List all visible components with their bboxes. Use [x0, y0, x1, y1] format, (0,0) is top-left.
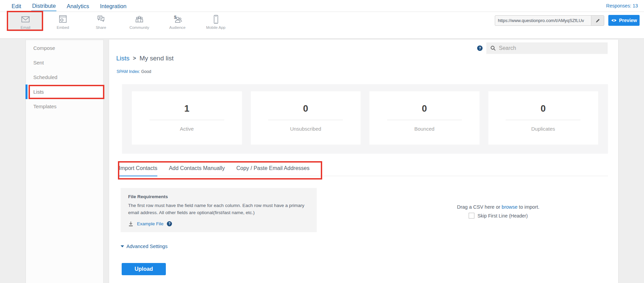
- skip-first-line-row: Skip First Line (Header): [425, 213, 571, 219]
- embed-icon: [57, 14, 68, 24]
- distribute-toolbar: Email Embed Share Community $: [0, 12, 644, 39]
- example-file-link[interactable]: Example File: [137, 221, 163, 226]
- email-icon: [20, 14, 31, 24]
- upload-button[interactable]: Upload: [122, 263, 166, 275]
- toolbar-email-label: Email: [21, 25, 31, 30]
- stat-active-label: Active: [180, 126, 194, 132]
- sidebar-item-compose[interactable]: Compose: [26, 41, 103, 55]
- file-requirements-body: The first row must have the field name f…: [128, 202, 309, 216]
- mobile-app-icon: [210, 14, 221, 24]
- responses-count[interactable]: Responses: 13: [606, 3, 638, 8]
- stat-unsubscribed-label: Unsubscribed: [290, 126, 321, 132]
- stat-card-duplicates: 0 Duplicates: [488, 91, 598, 145]
- example-file-help-icon[interactable]: ?: [167, 221, 172, 226]
- community-icon: [134, 14, 145, 24]
- stat-divider: [387, 120, 462, 120]
- edit-url-button[interactable]: [591, 16, 604, 25]
- tab-import-contacts[interactable]: Import Contacts: [119, 165, 157, 176]
- file-requirements-title: File Requirements: [128, 194, 309, 199]
- stat-bounced-label: Bounced: [414, 126, 434, 132]
- nav-integration[interactable]: Integration: [99, 1, 127, 11]
- stat-unsubscribed-value: 0: [303, 103, 308, 114]
- search-box: [486, 42, 608, 54]
- survey-url-input[interactable]: [495, 16, 591, 25]
- stat-active-value: 1: [184, 103, 189, 114]
- skip-first-line-checkbox[interactable]: [469, 213, 474, 219]
- sidebar-templates-label: Templates: [33, 103, 56, 109]
- sidebar-item-lists[interactable]: Lists: [26, 84, 103, 99]
- preview-label: Preview: [619, 18, 637, 23]
- pencil-icon: [595, 18, 600, 23]
- nav-edit[interactable]: Edit: [11, 1, 22, 11]
- share-icon: [95, 14, 106, 24]
- breadcrumb-separator: >: [133, 55, 136, 61]
- toolbar-community-label: Community: [129, 25, 149, 30]
- search-input[interactable]: [499, 45, 604, 51]
- breadcrumb-lists-link[interactable]: Lists: [116, 55, 129, 62]
- spam-index-label[interactable]: SPAM Index:: [117, 69, 140, 74]
- tabs-divider-line: [119, 176, 608, 176]
- nav-analytics[interactable]: Analytics: [66, 1, 90, 11]
- toolbar-audience-label: Audience: [169, 25, 186, 30]
- toolbar-mobile-app-button[interactable]: Mobile App: [199, 12, 233, 31]
- sidebar-item-sent[interactable]: Sent: [26, 55, 103, 70]
- stats-band: 1 Active 0 Unsubscribed 0 Bounced 0 Dupl…: [122, 84, 608, 154]
- breadcrumb-current: My send list: [139, 55, 173, 62]
- help-icon[interactable]: ?: [477, 45, 483, 51]
- contacts-tabs: Import Contacts Add Contacts Manually Co…: [119, 165, 310, 176]
- skip-first-line-label: Skip First Line (Header): [477, 213, 528, 219]
- toolbar-share-label: Share: [96, 25, 106, 30]
- tab-copy-paste-email-addresses[interactable]: Copy / Paste Email Addresses: [236, 165, 309, 176]
- sidebar-item-templates[interactable]: Templates: [26, 99, 103, 114]
- spam-index-line: SPAM Index: Good: [117, 69, 151, 74]
- eye-icon: [611, 18, 617, 22]
- browse-link[interactable]: browse: [502, 204, 518, 210]
- sidebar-item-scheduled[interactable]: Scheduled: [26, 70, 103, 84]
- advanced-settings-label: Advanced Settings: [126, 244, 168, 249]
- sidebar-sent-label: Sent: [33, 60, 44, 65]
- stat-duplicates-value: 0: [541, 103, 546, 114]
- email-sidebar: Compose Sent Scheduled Lists Templates: [25, 40, 104, 283]
- dropzone-text-after: to import.: [518, 204, 539, 210]
- toolbar-audience-button[interactable]: $ Audience: [160, 12, 194, 31]
- sidebar-scheduled-label: Scheduled: [33, 74, 57, 80]
- sidebar-compose-label: Compose: [33, 45, 55, 51]
- toolbar-mobile-app-label: Mobile App: [206, 25, 226, 30]
- sidebar-lists-label: Lists: [33, 89, 44, 95]
- top-nav: Edit Distribute Analytics Integration Re…: [0, 0, 644, 12]
- toolbar-embed-label: Embed: [57, 25, 69, 30]
- toolbar-email-button[interactable]: Email: [8, 12, 42, 31]
- search-icon: [490, 45, 496, 51]
- stat-divider: [150, 120, 224, 120]
- stat-card-active: 1 Active: [132, 91, 242, 145]
- csv-dropzone[interactable]: Drag a CSV here or browse to import. Ski…: [425, 204, 571, 219]
- tab-add-contacts-manually[interactable]: Add Contacts Manually: [169, 165, 225, 176]
- nav-distribute[interactable]: Distribute: [31, 1, 56, 11]
- toolbar-community-button[interactable]: Community: [122, 12, 156, 31]
- example-file-row: Example File ?: [128, 221, 309, 227]
- advanced-settings-toggle[interactable]: Advanced Settings: [121, 244, 168, 249]
- breadcrumb: Lists > My send list: [116, 55, 174, 62]
- svg-text:$: $: [174, 15, 177, 20]
- list-detail-panel: ? Lists > My send list SPAM Index: Good …: [109, 40, 619, 283]
- dropzone-text-before: Drag a CSV here or: [457, 204, 502, 210]
- audience-icon: $: [172, 14, 183, 24]
- stat-divider: [506, 120, 580, 120]
- active-item-bar: [25, 84, 28, 99]
- file-requirements-box: File Requirements The first row must hav…: [121, 188, 317, 232]
- toolbar-embed-button[interactable]: Embed: [46, 12, 80, 31]
- survey-url-field: [495, 15, 604, 26]
- spam-index-value: Good: [141, 69, 151, 74]
- toolbar-share-button[interactable]: Share: [84, 12, 118, 31]
- stat-card-bounced: 0 Bounced: [369, 91, 480, 145]
- dropzone-text: Drag a CSV here or browse to import.: [425, 204, 571, 210]
- stat-bounced-value: 0: [422, 103, 427, 114]
- preview-button[interactable]: Preview: [608, 15, 640, 26]
- stat-duplicates-label: Duplicates: [531, 126, 555, 132]
- stat-card-unsubscribed: 0 Unsubscribed: [251, 91, 361, 145]
- download-icon: [128, 221, 134, 227]
- chevron-down-icon: [121, 245, 124, 247]
- stat-divider: [268, 120, 343, 120]
